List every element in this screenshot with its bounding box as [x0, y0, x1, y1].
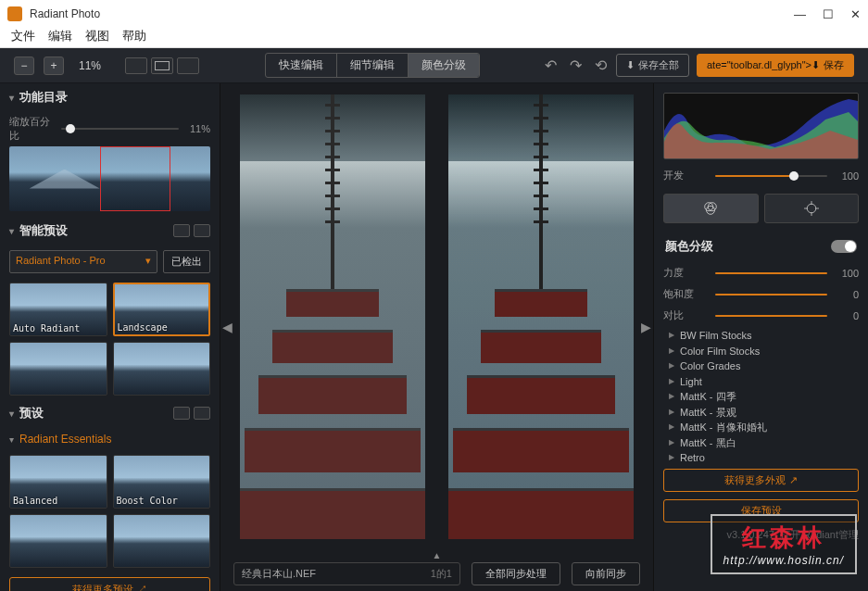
- caret-right-icon: ▶: [669, 452, 674, 463]
- mode-target-button[interactable]: [764, 194, 860, 223]
- close-button[interactable]: ✕: [850, 7, 861, 21]
- next-image-button[interactable]: ▶: [639, 312, 653, 342]
- develop-label: 开发: [663, 169, 708, 182]
- sync-all-button[interactable]: 全部同步处理: [472, 562, 560, 585]
- zoom-value: 11%: [79, 59, 101, 72]
- window-title: Radiant Photo: [30, 7, 100, 20]
- external-link-icon: ↗: [789, 474, 798, 486]
- preset-thumb[interactable]: [9, 514, 107, 568]
- image-viewer: ◀ ▶ ▲ 经典日本山.NEF1的1 全部同步处理 向前同步: [220, 83, 653, 591]
- menu-file[interactable]: 文件: [11, 28, 35, 47]
- preset-balanced[interactable]: Balanced: [9, 455, 107, 509]
- menubar: 文件 编辑 视图 帮助: [0, 28, 868, 48]
- look-item[interactable]: ▶BW Film Stocks: [669, 328, 864, 344]
- look-item[interactable]: ▶Color Grades: [669, 358, 864, 374]
- preview-before[interactable]: [228, 94, 437, 539]
- mode-color-button[interactable]: [663, 194, 759, 223]
- caret-right-icon: ▶: [669, 376, 674, 387]
- preset-landscape[interactable]: Landscape: [113, 283, 211, 336]
- chevron-down-icon: ▾: [145, 255, 151, 269]
- sync-current-button[interactable]: 向前同步: [572, 562, 640, 585]
- preset-pack-dropdown[interactable]: Radiant Photo - Pro▾: [9, 250, 157, 273]
- zoom-ratio-slider[interactable]: [61, 123, 179, 134]
- tab-quick-edit[interactable]: 快速编辑: [266, 54, 337, 77]
- caret-right-icon: ▶: [669, 421, 674, 433]
- look-item[interactable]: ▶MattK - 四季: [669, 389, 864, 405]
- caret-down-icon: ▾: [9, 434, 14, 445]
- tab-detail-edit[interactable]: 细节编辑: [337, 54, 409, 77]
- zoom-ratio-row: 缩放百分比 11%: [0, 111, 220, 146]
- svg-point-2: [707, 206, 715, 214]
- look-item[interactable]: ▶Light: [669, 374, 864, 390]
- histogram[interactable]: [663, 93, 859, 159]
- menu-edit[interactable]: 编辑: [48, 28, 72, 47]
- caret-right-icon: ▶: [669, 391, 674, 402]
- preset-thumb[interactable]: [113, 514, 211, 568]
- grid-view-icon[interactable]: [173, 224, 190, 237]
- maximize-button[interactable]: ☐: [823, 7, 834, 21]
- edit-mode-tabs: 快速编辑 细节编辑 颜色分级: [265, 53, 480, 78]
- minimize-button[interactable]: —: [794, 7, 806, 21]
- preset-thumb[interactable]: [113, 342, 211, 396]
- list-view-icon[interactable]: [194, 407, 210, 420]
- zoom-out-button[interactable]: −: [14, 57, 34, 75]
- save-button[interactable]: ate="toolbar.dl_glyph">⬇保存: [697, 54, 854, 77]
- caret-down-icon: ▾: [9, 409, 14, 419]
- essentials-subheader[interactable]: ▾Radiant Essentials: [0, 427, 220, 451]
- titlebar: Radiant Photo — ☐ ✕: [0, 0, 868, 28]
- filmstrip-toggle[interactable]: ▲: [433, 550, 442, 560]
- look-item[interactable]: ▶MattK - 黑白: [669, 435, 864, 451]
- get-more-looks-button[interactable]: 获得更多外观↗: [663, 469, 859, 492]
- grid-view-icon[interactable]: [173, 407, 190, 420]
- menu-help[interactable]: 帮助: [122, 28, 146, 47]
- app-logo-icon: [7, 6, 22, 21]
- preset-auto-radiant[interactable]: Auto Radiant: [9, 283, 107, 336]
- prev-image-button[interactable]: ◀: [220, 312, 234, 342]
- save-buttons: ⬇保存全部 ate="toolbar.dl_glyph">⬇保存: [616, 54, 854, 77]
- left-panel: ▾ 功能目录 缩放百分比 11% ▾ 智能预设 Radi: [0, 83, 220, 591]
- catalog-header[interactable]: ▾ 功能目录: [0, 83, 220, 111]
- get-more-presets-button[interactable]: 获得更多预设 ↗: [9, 577, 210, 591]
- view-single-button[interactable]: [125, 57, 147, 74]
- preset-boost-color[interactable]: Boost Color: [113, 455, 211, 509]
- caret-right-icon: ▶: [669, 330, 674, 341]
- zoom-in-button[interactable]: +: [44, 57, 64, 75]
- save-all-button[interactable]: ⬇保存全部: [616, 54, 689, 77]
- preset-thumb[interactable]: [9, 342, 107, 396]
- look-item[interactable]: ▶MattK - 景观: [669, 405, 864, 421]
- filename-display[interactable]: 经典日本山.NEF1的1: [233, 562, 460, 585]
- caret-right-icon: ▶: [669, 407, 674, 418]
- watermark: 红森林 http://www.hoslin.cn/: [711, 514, 857, 574]
- undo-button[interactable]: ↶: [545, 57, 557, 74]
- caret-right-icon: ▶: [669, 437, 674, 448]
- menu-view[interactable]: 视图: [85, 28, 109, 47]
- svg-point-3: [807, 204, 816, 213]
- presets-header[interactable]: ▾ 预设: [0, 399, 220, 427]
- list-view-icon[interactable]: [194, 224, 210, 237]
- checkout-button[interactable]: 已检出: [163, 250, 210, 273]
- color-grade-toggle[interactable]: [831, 240, 857, 253]
- caret-down-icon: ▾: [9, 226, 14, 236]
- look-item[interactable]: ▶Retro: [669, 450, 864, 465]
- caret-right-icon: ▶: [669, 360, 674, 371]
- window-controls: — ☐ ✕: [794, 7, 861, 21]
- tab-color-grade[interactable]: 颜色分级: [409, 54, 479, 77]
- contrast-slider[interactable]: [715, 310, 827, 321]
- preview-after[interactable]: [437, 94, 647, 539]
- navigator-selection[interactable]: [100, 146, 170, 211]
- view-split-button[interactable]: [151, 57, 173, 74]
- view-compare-button[interactable]: [177, 57, 199, 74]
- caret-right-icon: ▶: [669, 346, 674, 357]
- color-grade-title: 颜色分级: [665, 238, 713, 255]
- redo-button[interactable]: ↷: [570, 57, 582, 74]
- look-item[interactable]: ▶Color Film Stocks: [669, 344, 864, 359]
- navigator-thumbnail[interactable]: [9, 146, 210, 211]
- toolbar: − + 11% 快速编辑 细节编辑 颜色分级 ↶ ↷ ⟲ ⬇保存全部 ate="…: [0, 48, 868, 83]
- saturation-slider[interactable]: [715, 289, 827, 300]
- history-controls: ↶ ↷ ⟲: [545, 57, 607, 74]
- look-item[interactable]: ▶MattK - 肖像和婚礼: [669, 420, 864, 435]
- smart-presets-header[interactable]: ▾ 智能预设: [0, 217, 220, 245]
- reset-button[interactable]: ⟲: [595, 57, 607, 74]
- develop-slider[interactable]: [715, 170, 827, 182]
- strength-slider[interactable]: [715, 268, 827, 279]
